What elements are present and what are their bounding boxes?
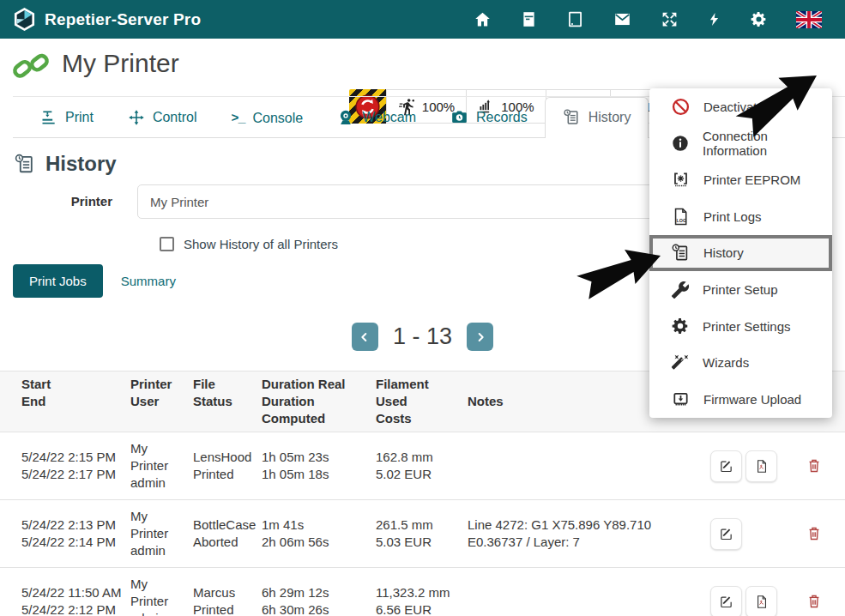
info-icon (671, 134, 690, 153)
tab-console-label: Console (253, 111, 304, 126)
show-all-printers-row: Show History of all Printers (160, 237, 338, 251)
table-row: 5/24/22 11:50 AM5/24/22 2:12 PM My Print… (0, 568, 845, 616)
notes-cell: Line 4272: G1 X75.896 Y89.710 E0.36737 /… (468, 516, 710, 551)
page-heading: History (14, 152, 117, 176)
tab-records-label: Records (476, 110, 528, 125)
show-all-printers-label: Show History of all Printers (184, 237, 338, 251)
summary-link[interactable]: Summary (121, 274, 176, 288)
tab-webcam[interactable]: Webcam (320, 99, 433, 137)
firmware-upload-icon (671, 390, 691, 409)
page-range: 1 - 13 (393, 323, 452, 350)
menu-item-print-logs[interactable]: Print Logs (649, 198, 832, 235)
tab-webcam-label: Webcam (362, 110, 416, 125)
menu-item-history[interactable]: History (649, 235, 832, 272)
table-row: 5/24/22 2:15 PM5/24/22 2:17 PM My Printe… (0, 432, 845, 500)
edit-note-button[interactable] (710, 586, 742, 616)
touchscreen-icon[interactable] (566, 10, 584, 28)
page-title: History (45, 152, 117, 176)
menu-item-connection-information[interactable]: Connection Information (649, 125, 832, 162)
printer-select-label: Printer (0, 184, 137, 219)
menu-item-printer-settings[interactable]: Printer Settings (649, 308, 832, 345)
tab-console[interactable]: >_ Console (214, 100, 320, 137)
edit-note-button[interactable] (710, 518, 742, 550)
menu-item-printer-setup[interactable]: Printer Setup (649, 271, 832, 308)
edit-note-button[interactable] (710, 450, 742, 482)
history-icon (671, 243, 691, 263)
menu-item-wizards[interactable]: Wizards (649, 345, 832, 382)
log-document-icon (671, 207, 691, 226)
menu-item-deactivate[interactable]: Deactivate (649, 88, 832, 125)
show-all-printers-checkbox[interactable] (160, 237, 174, 251)
navbar-icons (474, 10, 822, 28)
webcam-icon (337, 109, 354, 126)
next-page-button[interactable] (467, 323, 493, 351)
printer-titlebar: My Printer 100% (0, 39, 845, 96)
print-jobs-button[interactable]: Print Jobs (13, 264, 103, 298)
pdf-report-button[interactable] (745, 586, 777, 616)
home-icon[interactable] (474, 10, 492, 28)
gear-icon (671, 317, 690, 335)
delete-entry-button[interactable] (802, 454, 826, 478)
tab-print-label: Print (65, 110, 94, 125)
fullscreen-icon[interactable] (661, 10, 679, 28)
delete-entry-button[interactable] (802, 522, 826, 546)
printer-connected-icon[interactable] (12, 50, 50, 82)
printer-select-value: My Printer (150, 195, 208, 209)
language-flag-icon[interactable] (796, 11, 822, 28)
records-icon (450, 108, 468, 126)
deactivate-icon (671, 97, 691, 117)
eeprom-chip-icon (671, 170, 691, 190)
pdf-report-button[interactable] (745, 450, 777, 482)
print-icon (40, 109, 57, 126)
menu-item-firmware-upload[interactable]: Firmware Upload (649, 381, 832, 418)
tab-history[interactable]: History (545, 97, 649, 138)
tab-control-label: Control (153, 110, 197, 125)
repetier-logo-icon (13, 7, 36, 32)
table-row: 5/24/22 2:13 PM5/24/22 2:14 PM My Printe… (0, 500, 845, 568)
messages-icon[interactable] (613, 10, 632, 28)
tab-control[interactable]: Control (111, 99, 214, 137)
brand[interactable]: Repetier-Server Pro (13, 7, 201, 32)
quick-actions-icon[interactable] (707, 10, 721, 28)
app-title: Repetier-Server Pro (45, 10, 201, 29)
tab-records[interactable]: Records (433, 98, 545, 137)
menu-item-printer-eeprom[interactable]: Printer EEPROM (649, 161, 832, 198)
console-icon: >_ (231, 112, 244, 126)
tab-history-label: History (588, 110, 631, 125)
global-settings-icon[interactable] (750, 10, 768, 28)
tab-print[interactable]: Print (23, 99, 111, 137)
wrench-icon (671, 281, 690, 299)
printer-context-menu: Deactivate Connection Information Printe… (649, 88, 832, 418)
previous-page-button[interactable] (352, 323, 378, 351)
delete-entry-button[interactable] (802, 589, 826, 613)
printer-icon[interactable] (520, 10, 538, 28)
view-switch-row: Print Jobs Summary (13, 264, 176, 298)
printer-name-title: My Printer (62, 49, 179, 78)
control-icon (128, 109, 145, 126)
magic-wand-icon (671, 353, 690, 372)
top-navbar: Repetier-Server Pro (0, 0, 845, 39)
